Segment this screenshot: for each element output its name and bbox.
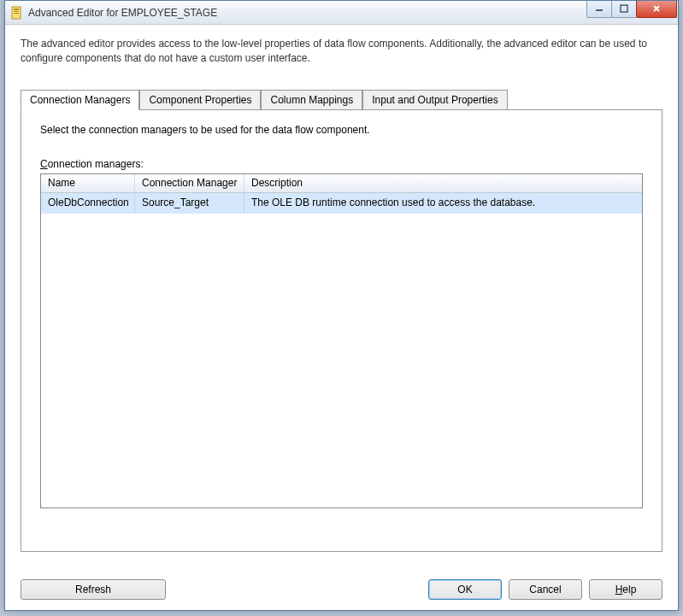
column-header-connection-manager[interactable]: Connection Manager xyxy=(135,174,244,192)
cancel-button[interactable]: Cancel xyxy=(509,579,582,600)
column-header-description[interactable]: Description xyxy=(244,174,642,192)
svg-rect-3 xyxy=(14,13,19,14)
dialog-window: Advanced Editor for EMPLOYEE_STAGE The a… xyxy=(4,0,679,611)
window-controls xyxy=(587,1,678,18)
svg-rect-5 xyxy=(621,5,627,12)
tab-panel: Select the connection managers to be use… xyxy=(21,109,662,552)
tab-component-properties[interactable]: Component Properties xyxy=(139,90,261,109)
tab-column-mappings[interactable]: Column Mappings xyxy=(261,90,362,109)
grid-label: Connection managers: xyxy=(40,158,643,170)
cell-connection-manager[interactable]: Source_Target xyxy=(135,193,244,214)
refresh-button[interactable]: Refresh xyxy=(21,579,166,600)
dialog-content: The advanced editor provides access to t… xyxy=(5,25,678,610)
panel-description: Select the connection managers to be use… xyxy=(40,124,643,136)
svg-rect-2 xyxy=(14,11,19,12)
grid-header-row: Name Connection Manager Description xyxy=(41,174,642,193)
close-button[interactable] xyxy=(636,1,677,18)
tab-connection-managers[interactable]: Connection Managers xyxy=(21,90,139,110)
maximize-button[interactable] xyxy=(611,1,637,18)
column-header-name[interactable]: Name xyxy=(41,174,135,192)
cell-name: OleDbConnection xyxy=(41,193,135,214)
window-title: Advanced Editor for EMPLOYEE_STAGE xyxy=(28,7,587,19)
dialog-footer: Refresh OK Cancel Help xyxy=(21,579,662,600)
svg-rect-1 xyxy=(14,9,19,10)
app-icon xyxy=(10,6,24,20)
ok-button[interactable]: OK xyxy=(428,579,502,600)
table-row[interactable]: OleDbConnection Source_Target The OLE DB… xyxy=(41,193,642,214)
titlebar[interactable]: Advanced Editor for EMPLOYEE_STAGE xyxy=(5,1,678,25)
connection-managers-grid[interactable]: Name Connection Manager Description OleD… xyxy=(40,173,643,508)
svg-rect-4 xyxy=(596,9,603,11)
tab-input-output-properties[interactable]: Input and Output Properties xyxy=(362,90,507,109)
help-button[interactable]: Help xyxy=(589,579,662,600)
tab-strip: Connection Managers Component Properties… xyxy=(21,90,662,109)
cell-description: The OLE DB runtime connection used to ac… xyxy=(244,193,642,214)
minimize-button[interactable] xyxy=(586,1,612,18)
dialog-description: The advanced editor provides access to t… xyxy=(21,37,662,66)
